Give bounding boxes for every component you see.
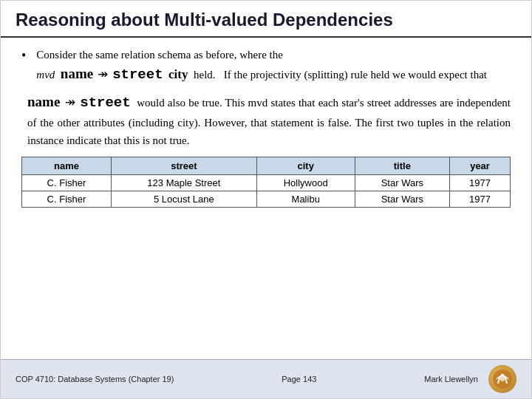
row2-name: C. Fisher [22,191,112,208]
footer-page: Page 143 [282,375,316,383]
col-city: city [256,157,355,175]
slide-header: Reasoning about Multi-valued Dependencie… [1,1,531,38]
footer-author: Mark Llewellyn [424,375,478,383]
name-attr: name [61,66,93,81]
svg-point-1 [500,377,505,381]
bullet-item-1: • Consider the same relation schema as b… [21,47,511,85]
row1-title: Star Wars [355,175,449,191]
slide: Reasoning about Multi-valued Dependencie… [0,0,532,399]
row2-year: 1977 [450,191,511,208]
row2-street: 5 Locust Lane [111,191,256,208]
row2-city: Malibu [256,191,355,208]
col-name: name [22,157,112,175]
footer-right-area: Mark Llewellyn [424,365,516,393]
name-attr-2: name [27,94,60,109]
mvd-block: name ↠ street would also be true. This m… [27,91,511,149]
held-text: held. If the projectivity (splitting) ru… [191,69,487,81]
bullet-text-consider: Consider the same relation schema as bef… [36,49,283,61]
twohead-arrow-1: ↠ [98,67,111,81]
street-attr-2: street [80,95,130,111]
mvd-keyword: mvd [36,69,55,81]
row1-street: 123 Maple Street [111,175,256,191]
table-row: C. Fisher 5 Locust Lane Malibu Star Wars… [22,191,511,208]
slide-title: Reasoning about Multi-valued Dependencie… [16,10,516,30]
twohead-arrow-2: ↠ [65,95,79,109]
row1-name: C. Fisher [22,175,112,191]
footer-course: COP 4710: Database Systems (Chapter 19) [16,375,174,383]
table-body: C. Fisher 123 Maple Street Hollywood Sta… [22,175,511,208]
table-header-row: name street city title year [22,157,511,175]
col-title: title [355,157,449,175]
footer-area: COP 4710: Database Systems (Chapter 19) [16,375,174,383]
bullet-dot: • [21,48,26,64]
row1-city: Hollywood [256,175,355,191]
col-year: year [450,157,511,175]
table-row: C. Fisher 123 Maple Street Hollywood Sta… [22,175,511,191]
row1-year: 1977 [450,175,511,191]
col-street: street [111,157,256,175]
relation-table: name street city title year C. Fisher 12… [21,157,511,208]
city-attr: city [168,67,188,81]
slide-footer: COP 4710: Database Systems (Chapter 19) … [1,359,531,398]
footer-logo [488,365,516,393]
logo-icon [492,369,513,389]
slide-body: • Consider the same relation schema as b… [1,38,531,359]
bullet-text-1: Consider the same relation schema as bef… [36,47,487,85]
table-header: name street city title year [22,157,511,175]
street-attr: street [112,66,163,83]
row2-title: Star Wars [355,191,449,208]
